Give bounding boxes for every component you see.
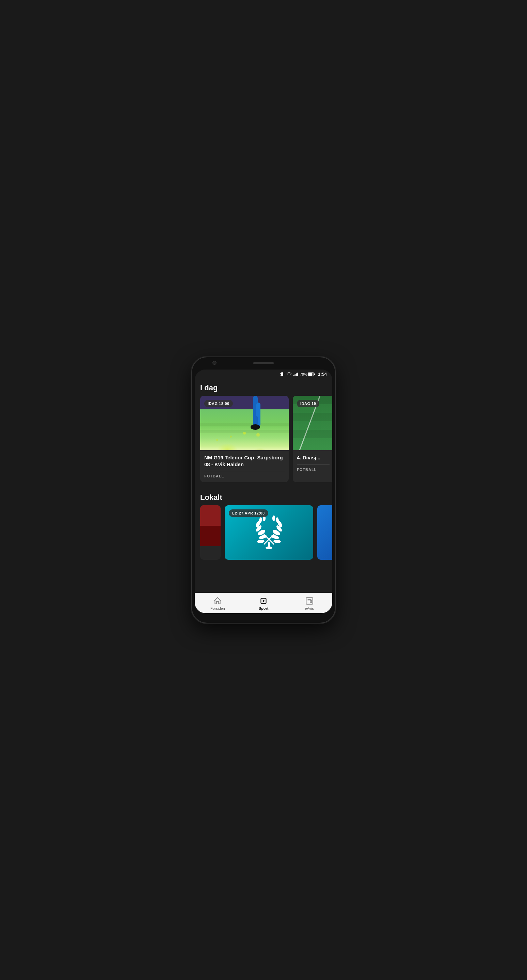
today-cards-row: IDAG 18:00 NM G19 Telenor Cup: Sarpsborg… xyxy=(195,396,332,488)
lokalt-right-bg: KUKO xyxy=(317,505,332,560)
svg-rect-31 xyxy=(293,430,332,438)
lokalt-partial-left-card[interactable] xyxy=(200,505,221,560)
lokalt-partial-left-image xyxy=(200,505,221,546)
svg-rect-2 xyxy=(284,373,284,374)
today-card-1-title: NM G19 Telenor Cup: Sarpsborg 08 - Kvik … xyxy=(204,454,285,468)
svg-rect-1 xyxy=(280,373,280,374)
svg-rect-33 xyxy=(200,526,221,546)
svg-point-23 xyxy=(243,432,246,434)
screen: 79% 1:54 I dag xyxy=(195,369,332,613)
laurel-icon xyxy=(252,515,286,550)
today-card-2-body: 4. Divisj... FOTBALL xyxy=(293,450,332,476)
lokalt-card-2[interactable]: KUKO xyxy=(317,505,332,560)
nav-sport-label: Sport xyxy=(259,606,269,611)
svg-rect-5 xyxy=(293,375,295,376)
eavis-icon xyxy=(305,597,314,605)
svg-rect-30 xyxy=(293,413,332,421)
today-card-1-badge: IDAG 18:00 xyxy=(204,400,233,407)
today-card-2-badge: IDAG 19 xyxy=(297,400,319,407)
svg-rect-10 xyxy=(309,372,312,375)
svg-point-47 xyxy=(273,539,281,543)
today-card-1-category: FOTBALL xyxy=(204,474,285,478)
nav-forsiden-label: Forsiden xyxy=(210,606,225,611)
today-card-1-body: NM G19 Telenor Cup: Sarpsborg 08 - Kvik … xyxy=(200,450,289,482)
svg-rect-17 xyxy=(200,423,289,426)
today-section-title: I dag xyxy=(195,378,332,396)
lokalt-cards-row: LØ 27.APR 12:00 KUKO xyxy=(195,505,332,565)
nav-forsiden[interactable]: Forsiden xyxy=(195,593,241,613)
lokalt-section-title: Lokalt xyxy=(195,488,332,505)
svg-point-26 xyxy=(216,439,218,441)
nav-eavis-label: eAvis xyxy=(305,606,314,611)
content-area: I dag xyxy=(195,378,332,593)
phone-shell: 79% 1:54 I dag xyxy=(192,357,335,623)
today-card-2[interactable]: IDAG 19 4. Divisj... FOTBALL xyxy=(293,396,332,482)
today-card-1-image: IDAG 18:00 xyxy=(200,396,289,450)
svg-rect-6 xyxy=(295,374,296,376)
battery-icon: 79% xyxy=(300,372,315,376)
nav-sport[interactable]: Sport xyxy=(241,593,287,613)
svg-rect-3 xyxy=(280,375,280,375)
today-card-2-divider xyxy=(297,465,330,465)
svg-rect-8 xyxy=(297,372,298,376)
today-card-1[interactable]: IDAG 18:00 NM G19 Telenor Cup: Sarpsborg… xyxy=(200,396,289,482)
svg-rect-7 xyxy=(296,373,297,376)
wifi-icon xyxy=(286,372,292,376)
bottom-nav: Forsiden Sport eAvis xyxy=(195,593,332,613)
svg-point-45 xyxy=(257,539,265,543)
today-card-1-divider xyxy=(204,471,285,471)
today-card-2-image: IDAG 19 xyxy=(293,396,332,450)
camera-lens xyxy=(212,361,217,365)
lokalt-card-1-badge: LØ 27.APR 12:00 xyxy=(229,509,268,517)
sport-icon xyxy=(259,597,268,605)
svg-marker-53 xyxy=(263,600,265,603)
svg-point-51 xyxy=(266,546,272,549)
lokalt-card-1-image: LØ 27.APR 12:00 xyxy=(225,505,313,560)
signal-icon xyxy=(293,372,298,376)
lokalt-card-2-image: KUKO xyxy=(317,505,332,560)
status-icons: 79% 1:54 xyxy=(280,372,327,377)
status-time: 1:54 xyxy=(318,372,327,377)
home-icon xyxy=(213,597,222,605)
status-bar: 79% 1:54 xyxy=(195,369,332,378)
svg-rect-4 xyxy=(284,375,284,375)
svg-point-24 xyxy=(230,436,232,438)
today-card-2-category: FOTBALL xyxy=(297,468,330,472)
nav-eavis[interactable]: eAvis xyxy=(286,593,332,613)
vibrate-icon xyxy=(280,372,285,377)
svg-point-25 xyxy=(256,433,260,437)
svg-rect-57 xyxy=(310,600,312,603)
today-card-2-title: 4. Divisj... xyxy=(297,454,330,461)
svg-rect-11 xyxy=(314,373,315,375)
svg-point-43 xyxy=(272,515,275,521)
battery-percent: 79% xyxy=(300,372,307,376)
svg-point-22 xyxy=(251,424,260,430)
lokalt-card-1[interactable]: LØ 27.APR 12:00 xyxy=(225,505,313,560)
svg-rect-0 xyxy=(281,372,283,376)
